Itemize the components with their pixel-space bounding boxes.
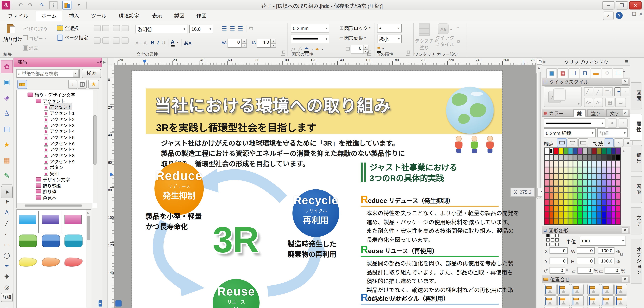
color-swatch[interactable]	[568, 218, 573, 225]
endpoint-square-button[interactable]	[578, 138, 588, 147]
color-swatch[interactable]	[554, 180, 558, 186]
color-swatch[interactable]	[568, 186, 573, 193]
color-swatch[interactable]	[616, 167, 621, 173]
clip-pages-icon[interactable]: ❐	[613, 68, 624, 78]
align-button-0-2[interactable]	[571, 284, 584, 295]
menu-tab-表示[interactable]: 表示	[147, 11, 168, 21]
tree-item-アクセント8[interactable]: アクセント8	[17, 152, 97, 158]
color-swatch[interactable]	[558, 218, 563, 225]
transform-close-icon[interactable]: ✕	[622, 227, 628, 233]
color-swatch[interactable]	[558, 173, 563, 180]
endpoint-round-button[interactable]	[568, 138, 578, 147]
preview-scrollbar-thumb[interactable]	[86, 216, 90, 240]
tree-item-アクセント[interactable]: アクセント	[17, 104, 97, 110]
color-swatch[interactable]	[597, 218, 602, 225]
side-tab-図解[interactable]: 図解	[631, 176, 642, 203]
point-style-select[interactable]: ●▾	[377, 24, 402, 33]
align-button-2-2[interactable]	[571, 307, 584, 308]
color-swatch[interactable]	[602, 154, 606, 161]
color-swatch[interactable]	[568, 154, 573, 161]
color-swatch[interactable]	[563, 173, 568, 180]
color-swatch[interactable]	[616, 180, 621, 186]
color-swatch[interactable]	[573, 206, 578, 212]
remove-line-icon[interactable]: ╱-	[298, 47, 302, 51]
color-swatch[interactable]	[587, 186, 592, 193]
color-swatch[interactable]	[563, 180, 568, 186]
color-swatch[interactable]	[563, 148, 568, 154]
color-swatch[interactable]	[616, 199, 621, 205]
tree-item-アクセント5[interactable]: アクセント5	[17, 134, 97, 140]
color-swatch[interactable]	[578, 167, 582, 173]
color-swatch[interactable]	[616, 212, 621, 218]
tree-item-アクセント[interactable]: アクセント	[17, 98, 97, 104]
copy-format-icon[interactable]: ⧉	[249, 25, 253, 32]
sphere-effect-icon[interactable]: ◔	[456, 25, 459, 31]
color-swatch[interactable]	[587, 212, 592, 218]
search-history-dropdown-icon[interactable]: ▾	[73, 70, 79, 77]
point-size-select[interactable]: 極小▾	[377, 35, 402, 43]
tree-item-アクセント4[interactable]: アクセント4	[17, 128, 97, 134]
tree-item-色見本[interactable]: 色見本	[17, 195, 97, 200]
clip-list-icon[interactable]: ≣	[624, 59, 628, 65]
color-swatch[interactable]	[578, 154, 582, 161]
paste-dropdown-icon[interactable]: ▾	[3, 42, 20, 46]
menu-tab-ツール[interactable]: ツール	[86, 11, 112, 21]
color-swatch[interactable]	[544, 206, 549, 212]
align-button-0-0[interactable]	[544, 284, 556, 295]
color-swatch[interactable]	[582, 167, 587, 173]
color-swatch[interactable]	[602, 199, 606, 205]
align-button-2-5[interactable]	[614, 307, 627, 308]
color-swatch[interactable]	[611, 180, 616, 186]
color-swatch[interactable]	[587, 148, 592, 154]
qs-sphere-button[interactable]: ◔	[620, 87, 629, 96]
color-swatch[interactable]	[587, 167, 592, 173]
color-swatch[interactable]	[568, 148, 573, 154]
accent-button-green[interactable]	[19, 234, 37, 247]
italic-icon[interactable]: I	[157, 39, 159, 46]
char-spacing-spinner[interactable]: VA 0 ▲▼	[222, 39, 247, 48]
color-swatch[interactable]	[611, 212, 616, 218]
color-swatch[interactable]	[587, 180, 592, 186]
qs-sort-button[interactable]: ☰↓	[604, 87, 613, 96]
color-swatch[interactable]	[544, 180, 549, 186]
color-swatch[interactable]	[568, 180, 573, 186]
color-swatch[interactable]	[558, 180, 563, 186]
vertical-ruler[interactable]: 020406080100120140	[108, 65, 114, 308]
color-tab-塗り[interactable]: 塗り	[588, 109, 604, 117]
color-swatch[interactable]	[554, 218, 558, 225]
shape-lock-button[interactable]: ⚿図形ロック▾	[338, 25, 370, 31]
color-swatch-selected[interactable]	[549, 148, 554, 154]
color-swatch[interactable]	[578, 173, 582, 180]
hand-tool[interactable]: ✥	[1, 272, 13, 281]
align-button-0-3[interactable]	[588, 284, 600, 295]
shape-effect-button[interactable]: ▭図形効果▾	[338, 35, 366, 41]
color-swatch[interactable]	[602, 186, 606, 193]
qs-font-larger-button[interactable]: A+	[584, 98, 593, 107]
anchor-grid[interactable]	[546, 234, 558, 246]
color-swatch[interactable]	[611, 148, 616, 154]
color-swatch[interactable]	[606, 212, 611, 218]
color-swatch[interactable]	[606, 167, 611, 173]
color-swatch[interactable]	[563, 167, 568, 173]
color-swatch[interactable]	[616, 193, 621, 199]
color-swatch[interactable]	[616, 218, 621, 225]
side-tab-文字[interactable]: 文字	[631, 207, 642, 234]
repeat-icon[interactable]: ↷	[38, 1, 46, 9]
tree-item-アクセント3[interactable]: アクセント3	[17, 122, 97, 128]
color-swatch[interactable]	[587, 218, 592, 225]
ruby-icon[interactable]: あA	[184, 39, 192, 46]
bold-icon[interactable]: B	[151, 39, 154, 46]
clip-palette-icon[interactable]: ▦	[558, 68, 568, 78]
color-swatch[interactable]	[592, 180, 597, 186]
align-button-1-5[interactable]	[614, 295, 627, 306]
shape-tool-icon[interactable]	[94, 25, 101, 31]
align-button-2-4[interactable]	[601, 307, 614, 308]
parts-flower-icon[interactable]: ✿	[1, 60, 13, 73]
color-swatch[interactable]	[563, 212, 568, 218]
color-swatch[interactable]	[582, 173, 587, 180]
point-color-dropdown-icon[interactable]: ▾	[382, 47, 384, 51]
color-swatch[interactable]	[592, 161, 597, 167]
color-swatch[interactable]	[554, 199, 558, 205]
close-button[interactable]: ✕	[629, 1, 642, 10]
color-swatch[interactable]	[602, 193, 606, 199]
